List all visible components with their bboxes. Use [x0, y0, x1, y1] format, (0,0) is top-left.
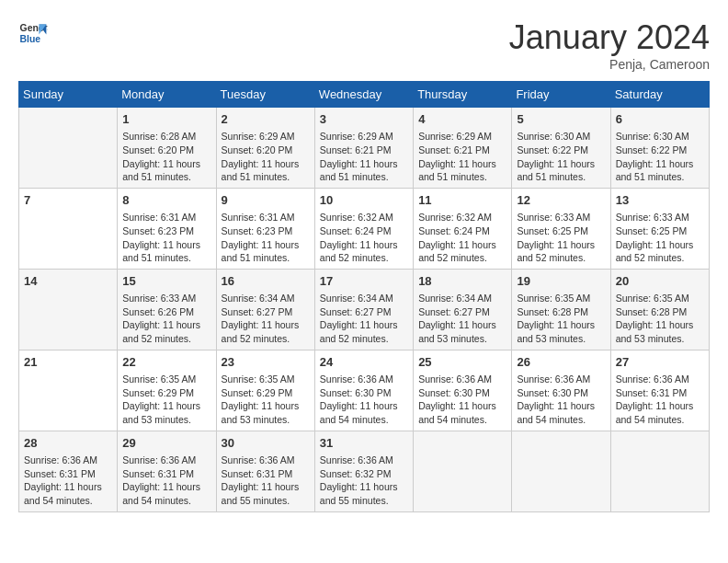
day-number: 19 — [517, 273, 605, 290]
calendar-cell — [414, 431, 512, 511]
day-info: Sunrise: 6:36 AM Sunset: 6:31 PM Dayligh… — [222, 454, 310, 508]
calendar-cell: 12Sunrise: 6:33 AM Sunset: 6:25 PM Dayli… — [512, 188, 610, 269]
day-number: 13 — [616, 192, 704, 209]
calendar-cell: 27Sunrise: 6:36 AM Sunset: 6:31 PM Dayli… — [610, 350, 709, 431]
day-info: Sunrise: 6:36 AM Sunset: 6:30 PM Dayligh… — [320, 373, 408, 427]
day-number: 10 — [320, 192, 408, 209]
month-title: January 2024 — [509, 18, 710, 57]
day-number: 21 — [24, 354, 112, 371]
day-number: 27 — [616, 354, 704, 371]
calendar-cell: 7 — [19, 188, 118, 269]
day-info: Sunrise: 6:30 AM Sunset: 6:22 PM Dayligh… — [616, 130, 704, 184]
day-info: Sunrise: 6:35 AM Sunset: 6:29 PM Dayligh… — [122, 373, 210, 427]
day-info: Sunrise: 6:32 AM Sunset: 6:24 PM Dayligh… — [418, 211, 506, 265]
day-info: Sunrise: 6:36 AM Sunset: 6:30 PM Dayligh… — [418, 373, 506, 427]
day-number: 16 — [222, 273, 310, 290]
calendar-cell: 10Sunrise: 6:32 AM Sunset: 6:24 PM Dayli… — [314, 188, 413, 269]
day-number: 1 — [122, 111, 210, 128]
header-row: SundayMondayTuesdayWednesdayThursdayFrid… — [19, 82, 710, 108]
day-number: 30 — [222, 435, 310, 452]
weekday-header: Friday — [512, 82, 610, 108]
calendar-cell: 22Sunrise: 6:35 AM Sunset: 6:29 PM Dayli… — [118, 350, 216, 431]
calendar-cell: 4Sunrise: 6:29 AM Sunset: 6:21 PM Daylig… — [414, 108, 512, 189]
calendar-cell: 11Sunrise: 6:32 AM Sunset: 6:24 PM Dayli… — [414, 188, 512, 269]
day-info: Sunrise: 6:31 AM Sunset: 6:23 PM Dayligh… — [122, 211, 210, 265]
day-info: Sunrise: 6:29 AM Sunset: 6:21 PM Dayligh… — [320, 130, 408, 184]
day-info: Sunrise: 6:33 AM Sunset: 6:25 PM Dayligh… — [517, 211, 605, 265]
day-number: 4 — [418, 111, 506, 128]
calendar-cell: 19Sunrise: 6:35 AM Sunset: 6:28 PM Dayli… — [512, 269, 610, 350]
calendar-week-row: 78Sunrise: 6:31 AM Sunset: 6:23 PM Dayli… — [19, 188, 710, 269]
day-info: Sunrise: 6:36 AM Sunset: 6:30 PM Dayligh… — [517, 373, 605, 427]
day-number: 17 — [320, 273, 408, 290]
day-info: Sunrise: 6:34 AM Sunset: 6:27 PM Dayligh… — [418, 292, 506, 346]
calendar-cell: 30Sunrise: 6:36 AM Sunset: 6:31 PM Dayli… — [216, 431, 314, 511]
calendar-cell: 13Sunrise: 6:33 AM Sunset: 6:25 PM Dayli… — [610, 188, 709, 269]
day-info: Sunrise: 6:28 AM Sunset: 6:20 PM Dayligh… — [122, 130, 210, 184]
day-number: 29 — [122, 435, 210, 452]
day-number: 3 — [320, 111, 408, 128]
day-number: 25 — [418, 354, 506, 371]
calendar-cell: 23Sunrise: 6:35 AM Sunset: 6:29 PM Dayli… — [216, 350, 314, 431]
day-number: 15 — [122, 273, 210, 290]
day-number: 22 — [122, 354, 210, 371]
calendar-cell — [512, 431, 610, 511]
day-info: Sunrise: 6:36 AM Sunset: 6:31 PM Dayligh… — [24, 454, 112, 508]
day-info: Sunrise: 6:35 AM Sunset: 6:28 PM Dayligh… — [616, 292, 704, 346]
day-info: Sunrise: 6:35 AM Sunset: 6:28 PM Dayligh… — [517, 292, 605, 346]
day-number: 8 — [122, 192, 210, 209]
calendar-cell: 6Sunrise: 6:30 AM Sunset: 6:22 PM Daylig… — [610, 108, 709, 189]
calendar-table: SundayMondayTuesdayWednesdayThursdayFrid… — [18, 81, 710, 512]
weekday-header: Sunday — [19, 82, 118, 108]
day-number: 9 — [222, 192, 310, 209]
calendar-cell: 24Sunrise: 6:36 AM Sunset: 6:30 PM Dayli… — [314, 350, 413, 431]
day-number: 2 — [222, 111, 310, 128]
weekday-header: Monday — [118, 82, 216, 108]
calendar-week-row: 28Sunrise: 6:36 AM Sunset: 6:31 PM Dayli… — [19, 431, 710, 511]
calendar-week-row: 2122Sunrise: 6:35 AM Sunset: 6:29 PM Day… — [19, 350, 710, 431]
logo-icon: General Blue — [18, 18, 48, 48]
calendar-cell: 3Sunrise: 6:29 AM Sunset: 6:21 PM Daylig… — [314, 108, 413, 189]
day-number: 12 — [517, 192, 605, 209]
weekday-header: Tuesday — [216, 82, 314, 108]
day-number: 20 — [616, 273, 704, 290]
day-number: 31 — [320, 435, 408, 452]
day-number: 11 — [418, 192, 506, 209]
day-number: 28 — [24, 435, 112, 452]
day-info: Sunrise: 6:34 AM Sunset: 6:27 PM Dayligh… — [320, 292, 408, 346]
day-number: 14 — [24, 273, 112, 290]
day-info: Sunrise: 6:33 AM Sunset: 6:26 PM Dayligh… — [122, 292, 210, 346]
calendar-cell: 29Sunrise: 6:36 AM Sunset: 6:31 PM Dayli… — [118, 431, 216, 511]
calendar-cell: 1Sunrise: 6:28 AM Sunset: 6:20 PM Daylig… — [118, 108, 216, 189]
day-info: Sunrise: 6:29 AM Sunset: 6:21 PM Dayligh… — [418, 130, 506, 184]
calendar-cell: 8Sunrise: 6:31 AM Sunset: 6:23 PM Daylig… — [118, 188, 216, 269]
calendar-cell: 17Sunrise: 6:34 AM Sunset: 6:27 PM Dayli… — [314, 269, 413, 350]
day-info: Sunrise: 6:35 AM Sunset: 6:29 PM Dayligh… — [222, 373, 310, 427]
calendar-cell: 2Sunrise: 6:29 AM Sunset: 6:20 PM Daylig… — [216, 108, 314, 189]
calendar-cell: 18Sunrise: 6:34 AM Sunset: 6:27 PM Dayli… — [414, 269, 512, 350]
calendar-cell: 5Sunrise: 6:30 AM Sunset: 6:22 PM Daylig… — [512, 108, 610, 189]
day-info: Sunrise: 6:30 AM Sunset: 6:22 PM Dayligh… — [517, 130, 605, 184]
calendar-cell: 9Sunrise: 6:31 AM Sunset: 6:23 PM Daylig… — [216, 188, 314, 269]
calendar-cell: 25Sunrise: 6:36 AM Sunset: 6:30 PM Dayli… — [414, 350, 512, 431]
day-info: Sunrise: 6:31 AM Sunset: 6:23 PM Dayligh… — [222, 211, 310, 265]
calendar-week-row: 1Sunrise: 6:28 AM Sunset: 6:20 PM Daylig… — [19, 108, 710, 189]
calendar-cell: 16Sunrise: 6:34 AM Sunset: 6:27 PM Dayli… — [216, 269, 314, 350]
day-info: Sunrise: 6:33 AM Sunset: 6:25 PM Dayligh… — [616, 211, 704, 265]
calendar-cell: 31Sunrise: 6:36 AM Sunset: 6:32 PM Dayli… — [314, 431, 413, 511]
day-info: Sunrise: 6:29 AM Sunset: 6:20 PM Dayligh… — [222, 130, 310, 184]
day-number: 24 — [320, 354, 408, 371]
calendar-cell: 26Sunrise: 6:36 AM Sunset: 6:30 PM Dayli… — [512, 350, 610, 431]
calendar-cell: 15Sunrise: 6:33 AM Sunset: 6:26 PM Dayli… — [118, 269, 216, 350]
calendar-cell — [19, 108, 118, 189]
day-number: 26 — [517, 354, 605, 371]
day-number: 6 — [616, 111, 704, 128]
day-number: 23 — [222, 354, 310, 371]
day-info: Sunrise: 6:36 AM Sunset: 6:31 PM Dayligh… — [616, 373, 704, 427]
calendar-cell: 20Sunrise: 6:35 AM Sunset: 6:28 PM Dayli… — [610, 269, 709, 350]
weekday-header: Saturday — [610, 82, 709, 108]
day-number: 7 — [24, 192, 112, 209]
page-header: General Blue January 2024 Penja, Cameroo… — [18, 18, 710, 72]
day-info: Sunrise: 6:36 AM Sunset: 6:31 PM Dayligh… — [122, 454, 210, 508]
calendar-week-row: 1415Sunrise: 6:33 AM Sunset: 6:26 PM Day… — [19, 269, 710, 350]
